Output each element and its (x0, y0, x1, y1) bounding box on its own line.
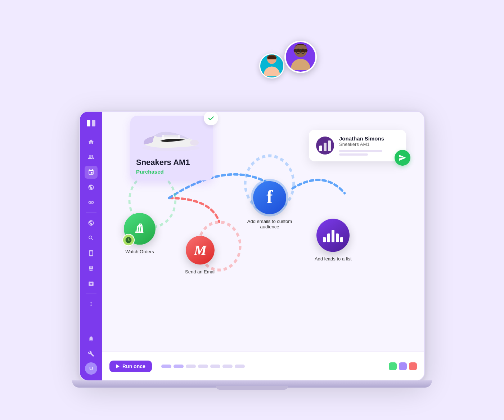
sidebar-item-home[interactable] (85, 135, 98, 148)
watch-orders-label: Watch Orders (125, 249, 154, 254)
sneaker-image (136, 122, 206, 154)
bottom-bar: Run once (102, 352, 424, 380)
node-add-leads[interactable]: Add leads to a list (315, 219, 352, 262)
sidebar-item-search[interactable] (85, 232, 98, 245)
brand-logo (85, 117, 97, 129)
avatar-female (259, 53, 284, 79)
male-person-image (286, 42, 315, 72)
timeline-dot-7 (235, 365, 245, 368)
sidebar: U (80, 112, 102, 380)
avatar-male (284, 41, 317, 73)
sidebar-item-links[interactable] (85, 196, 98, 209)
gmail-icon: M (194, 243, 207, 258)
female-person-image (260, 54, 283, 77)
card-sneakers: Sneakers AM1 Purchased (130, 116, 213, 180)
timeline-dot-1 (161, 365, 171, 368)
send-button[interactable] (395, 150, 410, 166)
timeline-track (161, 365, 245, 368)
timeline-dot-4 (198, 365, 208, 368)
detail-line-1 (339, 150, 382, 152)
purchased-status: Purchased (136, 169, 206, 175)
sidebar-item-globe[interactable] (85, 216, 98, 229)
svg-rect-9 (87, 120, 90, 126)
laptop-notch (216, 386, 288, 390)
svg-point-17 (190, 140, 199, 146)
contact-info: Jonathan Simons Sneakers AM1 (339, 135, 384, 147)
main-content: Sneakers AM1 Purchased Jonathan Simons (102, 112, 424, 380)
bar-3 (332, 230, 334, 242)
sidebar-item-bell[interactable] (85, 332, 98, 345)
bar-5 (340, 237, 343, 242)
run-once-button[interactable]: Run once (109, 361, 152, 372)
clock-badge (122, 234, 135, 246)
detail-line-2 (339, 153, 368, 156)
sidebar-divider-1 (86, 213, 96, 213)
sidebar-item-integrations[interactable] (85, 181, 98, 194)
sidebar-item-audience[interactable] (85, 151, 98, 164)
sidebar-item-database[interactable] (85, 262, 98, 275)
sneaker-title: Sneakers AM1 (136, 158, 206, 167)
sidebar-item-tools[interactable] (85, 347, 98, 360)
bar-2 (327, 233, 330, 242)
sidebar-bottom: U (85, 332, 98, 375)
color-purple (399, 362, 407, 370)
node-facebook-audience[interactable]: f Add emails to custom audience (246, 181, 293, 229)
laptop-frame: U (79, 111, 425, 381)
sidebar-item-automations[interactable] (85, 166, 98, 179)
run-once-label: Run once (122, 363, 145, 369)
facebook-wave-ring (251, 179, 288, 216)
jonathan-avatar (316, 137, 334, 155)
svg-rect-20 (328, 140, 331, 151)
bar-1 (323, 237, 326, 242)
sidebar-divider-2 (86, 294, 96, 294)
timeline-dot-5 (210, 365, 220, 368)
timeline-dot-3 (186, 365, 196, 368)
sidebar-item-box[interactable] (85, 277, 98, 290)
scene: U (54, 39, 450, 381)
timeline-dot-2 (174, 365, 184, 368)
svg-rect-19 (324, 143, 327, 151)
card-jonathan: Jonathan Simons Sneakers AM1 (309, 130, 406, 161)
play-icon (116, 364, 120, 368)
mixpanel-icon (323, 228, 343, 242)
add-leads-label: Add leads to a list (315, 256, 352, 262)
status-colors (389, 362, 417, 370)
node-send-email[interactable]: M Send an Email (185, 236, 216, 274)
sidebar-item-mobile[interactable] (85, 247, 98, 260)
send-email-label: Send an Email (185, 269, 216, 274)
contact-name: Jonathan Simons (339, 135, 384, 142)
color-green (389, 362, 397, 370)
laptop-base (72, 380, 432, 388)
svg-rect-10 (92, 120, 95, 126)
svg-rect-18 (319, 146, 322, 151)
contact-product: Sneakers AM1 (339, 142, 384, 147)
bar-4 (336, 233, 339, 242)
node-watch-orders[interactable]: Watch Orders (124, 213, 156, 254)
sidebar-item-more[interactable] (85, 298, 98, 310)
color-red (409, 362, 417, 370)
timeline-dot-6 (222, 365, 233, 368)
svg-rect-24 (138, 225, 142, 226)
facebook-label: Add emails to custom audience (246, 219, 293, 229)
user-avatar[interactable]: U (85, 362, 97, 375)
contact-details (339, 150, 384, 156)
